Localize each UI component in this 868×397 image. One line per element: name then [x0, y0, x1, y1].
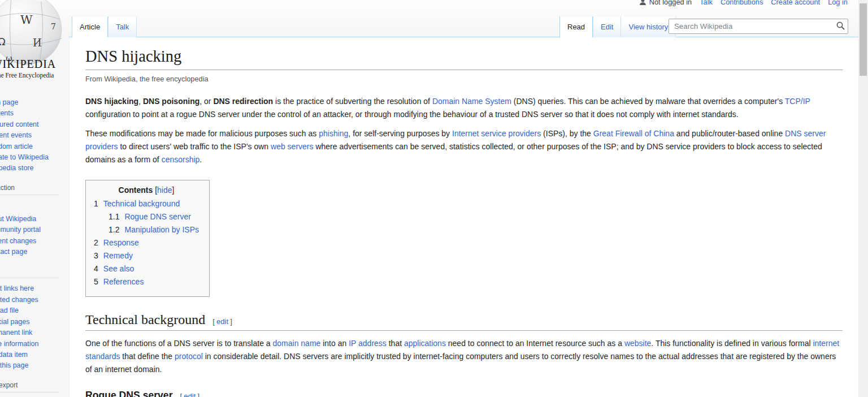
- personal-bar-item: Talk: [700, 0, 713, 6]
- text-run: to direct users' web traffic to the ISP'…: [118, 142, 271, 151]
- toc-link[interactable]: Remedy: [103, 251, 133, 260]
- article-link[interactable]: censorship: [162, 155, 200, 164]
- svg-text:W: W: [20, 13, 33, 27]
- toc-link[interactable]: Response: [103, 238, 139, 247]
- sidebar-link[interactable]: Special pages: [0, 318, 30, 326]
- sidebar-link[interactable]: Main page: [0, 98, 18, 106]
- edit-section-link[interactable]: edit: [184, 392, 196, 397]
- toc-item: 1Technical background: [94, 198, 199, 209]
- svg-text:7: 7: [51, 22, 56, 31]
- text-run: , or: [199, 97, 213, 106]
- edit-bracket: ]: [196, 392, 201, 397]
- section-heading-text: Technical background: [85, 312, 205, 327]
- sidebar-link[interactable]: Random article: [0, 143, 33, 150]
- lead-paragraph-2: These modifications may be made for mali…: [85, 127, 843, 166]
- user-icon: [639, 0, 646, 6]
- sidebar-list-item: Contents: [0, 108, 69, 119]
- article-link[interactable]: phishing: [319, 129, 348, 138]
- toc-item: 3Remedy: [94, 251, 199, 261]
- sidebar-link[interactable]: About Wikipedia: [0, 215, 36, 223]
- text-run: need to connect to an Internet resource …: [446, 339, 624, 348]
- personal-link[interactable]: Talk: [700, 0, 713, 6]
- text-run: .: [199, 155, 202, 164]
- text-run: One of the functions of a DNS server is …: [85, 339, 273, 348]
- sidebar-link[interactable]: Community portal: [0, 226, 41, 234]
- sidebar-link[interactable]: Featured content: [0, 120, 39, 128]
- text-run: DNS hijacking: [85, 97, 138, 106]
- sidebar-section-tools: Tools What links hereRelated changesUplo…: [0, 267, 69, 371]
- edit-section-link[interactable]: edit: [216, 317, 228, 326]
- toc-link[interactable]: See also: [103, 264, 134, 273]
- sidebar-section-print-export: Print/export Create a book: [0, 381, 69, 397]
- section-heading-text: Rogue DNS server: [85, 390, 173, 397]
- tab-view-history[interactable]: View history: [620, 16, 676, 37]
- section-heading-technical-background: Technical background[edit]: [85, 312, 843, 331]
- personal-link[interactable]: Contributions: [721, 0, 763, 6]
- text-run: that define the: [120, 352, 175, 361]
- sidebar-link[interactable]: Current events: [0, 131, 32, 139]
- article-link[interactable]: web servers: [271, 142, 313, 151]
- article-link[interactable]: applications: [404, 339, 446, 348]
- sidebar-link[interactable]: Related changes: [0, 296, 38, 304]
- sidebar-link[interactable]: Recent changes: [0, 237, 36, 245]
- article-link[interactable]: domain name: [273, 339, 321, 348]
- wikipedia-logo[interactable]: W Ω И 7 ω WIKIPEDIA The Free Encyclopedi…: [0, 0, 69, 92]
- sidebar: W Ω И 7 ω WIKIPEDIA The Free Encyclopedi…: [0, 0, 69, 92]
- article-link[interactable]: Great Firewall of China: [593, 129, 674, 138]
- search-button[interactable]: [834, 20, 847, 32]
- toc-link[interactable]: References: [103, 277, 144, 286]
- svg-text:И: И: [33, 37, 42, 49]
- sidebar-link[interactable]: Wikidata item: [0, 351, 28, 359]
- sidebar-section-header: Print/export: [0, 381, 59, 392]
- article-link[interactable]: website: [624, 339, 651, 348]
- sidebar-link[interactable]: Cite this page: [0, 361, 28, 369]
- sidebar-link[interactable]: Upload file: [0, 307, 19, 314]
- personal-bar-item: Create account: [771, 0, 820, 6]
- tab-read[interactable]: Read: [559, 16, 593, 37]
- toc-link[interactable]: Manipulation by ISPs: [124, 225, 199, 234]
- toc-bracket: ]: [172, 185, 175, 195]
- personal-bar-item: Contributions: [721, 0, 763, 6]
- tab-article[interactable]: Article: [72, 16, 108, 37]
- sidebar-link[interactable]: Donate to Wikipedia: [0, 153, 49, 161]
- page-title: DNS hijacking: [85, 48, 843, 70]
- sidebar-link[interactable]: Wikipedia store: [0, 164, 33, 172]
- article-link[interactable]: Internet service providers: [452, 129, 541, 138]
- article-link[interactable]: Domain Name System: [432, 97, 511, 106]
- toc-heading: Contents: [119, 185, 153, 195]
- sidebar-link[interactable]: Contact page: [0, 248, 27, 256]
- sidebar-link[interactable]: Permanent link: [0, 329, 32, 336]
- search-input[interactable]: [669, 19, 848, 34]
- lead-paragraph-1: DNS hijacking, DNS poisoning, or DNS red…: [85, 95, 843, 121]
- tab-talk[interactable]: Talk: [108, 16, 137, 37]
- sidebar-list-item: Random article: [0, 141, 69, 152]
- scrollbar[interactable]: [858, 0, 868, 397]
- sidebar-list-item: Main page: [0, 97, 69, 108]
- sidebar-list-item: Cite this page: [0, 360, 69, 371]
- toc-link[interactable]: Technical background: [103, 199, 180, 208]
- sidebar-link[interactable]: Page information: [0, 340, 39, 348]
- sidebar-list-item: Community portal: [0, 225, 69, 235]
- text-run: that: [387, 339, 404, 348]
- tab-edit[interactable]: Edit: [593, 16, 620, 37]
- article-link[interactable]: TCP/IP: [785, 97, 810, 106]
- table-of-contents: Contents [hide] 1Technical background 1.…: [85, 180, 210, 297]
- edit-bracket: [: [179, 392, 184, 397]
- toc-hide-link[interactable]: hide: [157, 185, 172, 195]
- article-link[interactable]: IP address: [349, 339, 387, 348]
- sidebar-link[interactable]: What links here: [0, 284, 34, 292]
- sidebar-list-item: Featured content: [0, 119, 69, 130]
- personal-link[interactable]: Log in: [828, 0, 848, 6]
- article-link[interactable]: protocol: [175, 352, 203, 361]
- toc-number: 1.2: [108, 225, 119, 234]
- toc-item: 5References: [94, 277, 199, 287]
- text-run: and public/router-based online: [674, 129, 785, 138]
- personal-link[interactable]: Create account: [771, 0, 820, 6]
- sidebar-link[interactable]: Contents: [0, 109, 14, 117]
- scrollbar-thumb[interactable]: [860, 3, 867, 76]
- toc-link[interactable]: Rogue DNS server: [124, 212, 191, 221]
- logo-wordmark: WIKIPEDIA: [0, 58, 69, 71]
- toc-number: 4: [94, 264, 98, 273]
- text-run: DNS redirection: [213, 97, 273, 106]
- toc-item: 4See also: [94, 264, 199, 274]
